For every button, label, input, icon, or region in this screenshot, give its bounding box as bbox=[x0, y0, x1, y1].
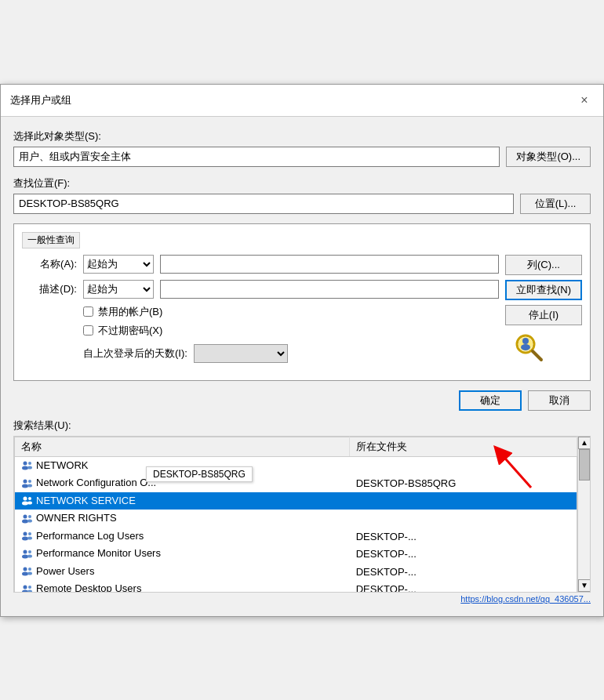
row-name: Power Users bbox=[36, 565, 94, 577]
table-row[interactable]: OWNER RIGHTS bbox=[15, 510, 577, 528]
ok-button[interactable]: 确定 bbox=[459, 390, 522, 411]
row-folder: DESKTOP-... bbox=[350, 580, 577, 592]
row-folder: DESKTOP-... bbox=[350, 528, 577, 546]
svg-point-8 bbox=[27, 466, 32, 470]
svg-point-35 bbox=[28, 586, 31, 589]
results-table-wrap: 名称 所在文件夹 NETWORK Network Configuration O… bbox=[14, 437, 577, 593]
search-icon bbox=[511, 330, 546, 365]
svg-point-14 bbox=[22, 502, 28, 506]
scroll-up-button[interactable]: ▲ bbox=[578, 437, 591, 449]
dialog-content: 选择此对象类型(S): 对象类型(O)... 查找位置(F): 位置(L)...… bbox=[1, 117, 603, 616]
title-bar: 选择用户或组 × bbox=[1, 85, 603, 117]
row-folder bbox=[350, 492, 577, 510]
scrollbar[interactable]: ▲ ▼ bbox=[577, 437, 590, 592]
svg-point-31 bbox=[28, 568, 31, 571]
svg-point-6 bbox=[22, 466, 28, 470]
noexpiry-checkbox-row: 不过期密码(X) bbox=[83, 324, 499, 338]
user-group-icon bbox=[21, 548, 34, 560]
desc-label: 描述(D): bbox=[22, 282, 77, 296]
table-row[interactable]: Performance Monitor UsersDESKTOP-... bbox=[15, 545, 577, 563]
right-buttons: 列(C)... 立即查找(N) 停止(I) bbox=[505, 255, 582, 372]
noexpiry-checkbox[interactable] bbox=[83, 325, 93, 335]
object-type-input[interactable] bbox=[13, 147, 500, 167]
name-row: 名称(A): 起始为 bbox=[22, 255, 499, 274]
svg-point-4 bbox=[521, 344, 530, 350]
table-row[interactable]: Network Configuration O...DESKTOP-BS85QR… bbox=[15, 474, 577, 492]
user-group-icon bbox=[21, 513, 34, 525]
svg-point-19 bbox=[28, 515, 31, 518]
general-query-title: 一般性查询 bbox=[22, 232, 80, 248]
row-folder: DESKTOP-... bbox=[350, 545, 577, 563]
col-folder-header: 所在文件夹 bbox=[350, 437, 577, 456]
row-name: OWNER RIGHTS bbox=[36, 512, 117, 524]
row-folder bbox=[350, 456, 577, 474]
disabled-label: 禁用的帐户(B) bbox=[98, 305, 162, 319]
watermark: https://blog.csdn.net/qq_436057... bbox=[13, 594, 591, 604]
general-query-box: 一般性查询 名称(A): 起始为 描述(D): bbox=[13, 223, 591, 381]
stop-button[interactable]: 停止(I) bbox=[505, 305, 582, 325]
days-label: 自上次登录后的天数(I): bbox=[83, 346, 187, 361]
desc-dropdown[interactable]: 起始为 bbox=[83, 280, 154, 299]
object-type-label: 选择此对象类型(S): bbox=[13, 129, 591, 143]
results-table: 名称 所在文件夹 NETWORK Network Configuration O… bbox=[14, 437, 577, 593]
svg-point-22 bbox=[22, 537, 28, 541]
location-row: 位置(L)... bbox=[13, 194, 591, 214]
svg-line-2 bbox=[533, 351, 541, 360]
desc-row: 描述(D): 起始为 bbox=[22, 280, 499, 299]
location-input[interactable] bbox=[13, 194, 514, 214]
scroll-down-button[interactable]: ▼ bbox=[578, 579, 591, 592]
row-name: Remote Desktop Users bbox=[36, 582, 141, 592]
user-group-icon bbox=[21, 495, 34, 507]
name-dropdown[interactable]: 起始为 bbox=[83, 255, 154, 274]
table-row[interactable]: Power UsersDESKTOP-... bbox=[15, 563, 577, 581]
row-name: Performance Log Users bbox=[36, 530, 144, 542]
days-select[interactable] bbox=[194, 344, 288, 363]
user-group-icon bbox=[21, 583, 34, 593]
svg-point-17 bbox=[24, 514, 27, 518]
object-type-button[interactable]: 对象类型(O)... bbox=[506, 147, 591, 167]
location-label: 查找位置(F): bbox=[13, 176, 591, 190]
svg-point-7 bbox=[28, 462, 31, 465]
svg-point-21 bbox=[24, 532, 27, 536]
row-name: NETWORK bbox=[36, 459, 88, 471]
search-icon-area bbox=[505, 330, 552, 372]
tooltip-network-config: DESKTOP-BS85QRG bbox=[146, 466, 253, 482]
confirm-row: 确定 取消 bbox=[13, 390, 591, 411]
scrollbar-track bbox=[578, 449, 590, 579]
svg-point-32 bbox=[27, 572, 32, 575]
col-name-header: 名称 bbox=[15, 437, 350, 456]
col-button[interactable]: 列(C)... bbox=[505, 255, 582, 275]
name-input[interactable] bbox=[160, 255, 499, 274]
name-label: 名称(A): bbox=[22, 257, 77, 271]
query-main-area: 名称(A): 起始为 描述(D): 起始为 bbox=[22, 255, 582, 372]
svg-point-29 bbox=[24, 568, 27, 571]
disabled-checkbox[interactable] bbox=[83, 306, 93, 317]
row-name: Performance Monitor Users bbox=[36, 547, 161, 559]
svg-point-27 bbox=[28, 550, 31, 553]
cancel-button[interactable]: 取消 bbox=[528, 390, 591, 411]
svg-point-30 bbox=[22, 572, 28, 576]
row-name: NETWORK SERVICE bbox=[36, 495, 136, 506]
table-row[interactable]: NETWORK bbox=[15, 456, 577, 474]
svg-point-13 bbox=[24, 497, 27, 501]
table-row[interactable]: Performance Log UsersDESKTOP-... bbox=[15, 528, 577, 546]
dialog-title: 选择用户或组 bbox=[10, 93, 71, 107]
search-now-button[interactable]: 立即查找(N) bbox=[505, 280, 582, 300]
select-user-dialog: 选择用户或组 × 选择此对象类型(S): 对象类型(O)... 查找位置(F):… bbox=[0, 84, 604, 617]
table-row[interactable]: NETWORK SERVICE bbox=[15, 492, 577, 510]
user-group-icon bbox=[21, 459, 34, 472]
desc-input[interactable] bbox=[160, 280, 499, 299]
svg-point-9 bbox=[24, 479, 27, 483]
close-button[interactable]: × bbox=[575, 91, 594, 110]
svg-point-11 bbox=[28, 480, 31, 483]
table-header-row: 名称 所在文件夹 bbox=[15, 437, 577, 456]
table-row[interactable]: Remote Desktop UsersDESKTOP-... bbox=[15, 580, 577, 592]
svg-point-24 bbox=[27, 537, 32, 540]
svg-point-23 bbox=[28, 532, 31, 535]
user-group-icon bbox=[21, 565, 34, 578]
svg-point-3 bbox=[522, 338, 529, 344]
svg-point-26 bbox=[22, 554, 28, 558]
location-button[interactable]: 位置(L)... bbox=[520, 194, 591, 214]
row-name: Network Configuration O... bbox=[36, 477, 156, 488]
scrollbar-thumb[interactable] bbox=[579, 449, 590, 481]
